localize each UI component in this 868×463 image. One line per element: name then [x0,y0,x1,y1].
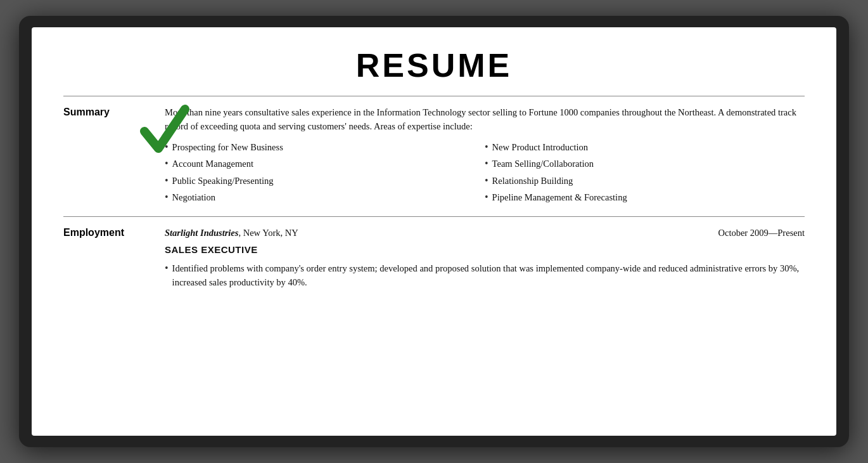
date-range: October 2009—Present [718,226,805,240]
employment-content: Starlight Industries, New York, NY Octob… [165,226,805,290]
bullet-icon: • [165,159,169,169]
employment-section: Employment Starlight Industries, New Yor… [63,216,805,299]
expertise-item: • Pipeline Management & Forecasting [485,190,805,204]
summary-paragraph: More than nine years consultative sales … [165,105,805,134]
expertise-item: • New Product Introduction [485,140,805,154]
expertise-col-right: • New Product Introduction • Team Sellin… [485,140,805,207]
expertise-item: • Team Selling/Collaboration [485,157,805,171]
employment-bullet-item: • Identified problems with company's ord… [165,261,805,290]
expertise-text: Negotiation [172,190,215,204]
expertise-text: Pipeline Management & Forecasting [492,190,627,204]
expertise-item: • Account Management [165,157,485,171]
bullet-icon: • [165,192,169,202]
summary-content: More than nine years consultative sales … [165,105,805,207]
employment-header-row: Starlight Industries, New York, NY Octob… [165,226,805,240]
job-title: SALES EXECUTIVE [165,242,805,257]
company-location: Starlight Industries, New York, NY [165,226,298,240]
expertise-col-left: • Prospecting for New Business • Account… [165,140,485,207]
expertise-item: • Relationship Building [485,174,805,188]
device-frame: RESUME Summary More than nine years cons… [19,16,849,447]
expertise-text: Public Speaking/Presenting [172,174,274,188]
resume-paper: RESUME Summary More than nine years cons… [32,27,836,436]
expertise-text: New Product Introduction [492,140,588,154]
location-text: , New York, NY [238,228,298,238]
bullet-icon: • [485,142,488,152]
company-name: Starlight Industries [165,228,238,238]
summary-section: Summary More than nine years consultativ… [63,96,805,216]
expertise-columns: • Prospecting for New Business • Account… [165,140,805,207]
employment-label: Employment [63,226,165,290]
resume-title: RESUME [63,46,805,84]
bullet-icon: • [165,263,169,273]
bullet-icon: • [485,159,488,169]
expertise-text: Relationship Building [492,174,573,188]
expertise-item: • Prospecting for New Business [165,140,485,154]
expertise-item: • Negotiation [165,190,485,204]
bullet-icon: • [485,176,488,186]
bullet-icon: • [485,192,488,202]
expertise-text: Team Selling/Collaboration [492,157,594,171]
expertise-item: • Public Speaking/Presenting [165,174,485,188]
employment-bullet-text: Identified problems with company's order… [172,261,805,290]
checkmark-icon [139,103,190,160]
bullet-icon: • [165,176,169,186]
